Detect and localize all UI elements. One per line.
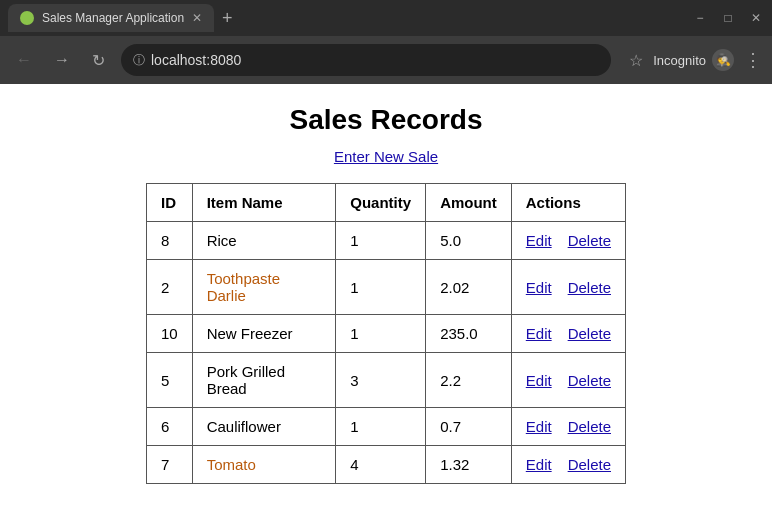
col-header-quantity: Quantity — [336, 184, 426, 222]
col-header-item-name: Item Name — [192, 184, 336, 222]
table-row: 2Toothpaste Darlie12.02EditDelete — [147, 260, 626, 315]
page-content: Sales Records Enter New Sale ID Item Nam… — [0, 84, 772, 527]
col-header-actions: Actions — [511, 184, 625, 222]
delete-button[interactable]: Delete — [568, 325, 611, 342]
cell-item-name: Rice — [192, 222, 336, 260]
cell-id: 2 — [147, 260, 193, 315]
browser-menu-button[interactable]: ⋮ — [744, 49, 762, 71]
sales-table: ID Item Name Quantity Amount Actions 8Ri… — [146, 183, 626, 484]
table-row: 5Pork Grilled Bread32.2EditDelete — [147, 353, 626, 408]
cell-quantity: 3 — [336, 353, 426, 408]
table-row: 8Rice15.0EditDelete — [147, 222, 626, 260]
delete-button[interactable]: Delete — [568, 372, 611, 389]
cell-id: 10 — [147, 315, 193, 353]
browser-tab[interactable]: Sales Manager Application ✕ — [8, 4, 214, 32]
maximize-button[interactable]: □ — [720, 11, 736, 25]
minimize-button[interactable]: − — [692, 11, 708, 25]
cell-quantity: 1 — [336, 260, 426, 315]
cell-item-name: Cauliflower — [192, 408, 336, 446]
window-controls: − □ ✕ — [692, 11, 764, 25]
edit-button[interactable]: Edit — [526, 456, 552, 473]
col-header-id: ID — [147, 184, 193, 222]
table-row: 6Cauliflower10.7EditDelete — [147, 408, 626, 446]
cell-amount: 0.7 — [426, 408, 512, 446]
cell-actions: EditDelete — [511, 408, 625, 446]
new-tab-button[interactable]: + — [214, 8, 241, 29]
cell-id: 5 — [147, 353, 193, 408]
cell-amount: 235.0 — [426, 315, 512, 353]
reload-button[interactable]: ↻ — [86, 47, 111, 74]
tab-close-button[interactable]: ✕ — [192, 11, 202, 25]
back-button[interactable]: ← — [10, 47, 38, 73]
cell-actions: EditDelete — [511, 260, 625, 315]
cell-actions: EditDelete — [511, 315, 625, 353]
bookmark-button[interactable]: ☆ — [629, 51, 643, 70]
delete-button[interactable]: Delete — [568, 232, 611, 249]
edit-button[interactable]: Edit — [526, 325, 552, 342]
cell-quantity: 4 — [336, 446, 426, 484]
cell-amount: 2.02 — [426, 260, 512, 315]
table-row: 10New Freezer1235.0EditDelete — [147, 315, 626, 353]
cell-id: 8 — [147, 222, 193, 260]
cell-actions: EditDelete — [511, 353, 625, 408]
cell-item-name: Pork Grilled Bread — [192, 353, 336, 408]
enter-new-sale-link[interactable]: Enter New Sale — [334, 148, 438, 165]
url-display: localhost:8080 — [151, 52, 241, 68]
cell-quantity: 1 — [336, 222, 426, 260]
cell-item-name: New Freezer — [192, 315, 336, 353]
delete-button[interactable]: Delete — [568, 279, 611, 296]
address-bar[interactable]: ⓘ localhost:8080 — [121, 44, 611, 76]
cell-amount: 5.0 — [426, 222, 512, 260]
edit-button[interactable]: Edit — [526, 372, 552, 389]
cell-item-name: Toothpaste Darlie — [192, 260, 336, 315]
table-row: 7Tomato41.32EditDelete — [147, 446, 626, 484]
cell-item-name: Tomato — [192, 446, 336, 484]
cell-id: 6 — [147, 408, 193, 446]
cell-amount: 2.2 — [426, 353, 512, 408]
delete-button[interactable]: Delete — [568, 418, 611, 435]
browser-addressbar: ← → ↻ ⓘ localhost:8080 ☆ Incognito 🕵 ⋮ — [0, 36, 772, 84]
close-button[interactable]: ✕ — [748, 11, 764, 25]
cell-actions: EditDelete — [511, 446, 625, 484]
page-title: Sales Records — [290, 104, 483, 136]
lock-icon: ⓘ — [133, 52, 145, 69]
col-header-amount: Amount — [426, 184, 512, 222]
cell-quantity: 1 — [336, 408, 426, 446]
browser-titlebar: Sales Manager Application ✕ + − □ ✕ — [0, 0, 772, 36]
cell-actions: EditDelete — [511, 222, 625, 260]
edit-button[interactable]: Edit — [526, 279, 552, 296]
cell-amount: 1.32 — [426, 446, 512, 484]
incognito-label: Incognito — [653, 53, 706, 68]
edit-button[interactable]: Edit — [526, 418, 552, 435]
tab-favicon — [20, 11, 34, 25]
forward-button[interactable]: → — [48, 47, 76, 73]
tab-title: Sales Manager Application — [42, 11, 184, 25]
delete-button[interactable]: Delete — [568, 456, 611, 473]
cell-id: 7 — [147, 446, 193, 484]
table-header-row: ID Item Name Quantity Amount Actions — [147, 184, 626, 222]
cell-quantity: 1 — [336, 315, 426, 353]
edit-button[interactable]: Edit — [526, 232, 552, 249]
incognito-icon: 🕵 — [712, 49, 734, 71]
incognito-area: Incognito 🕵 — [653, 49, 734, 71]
